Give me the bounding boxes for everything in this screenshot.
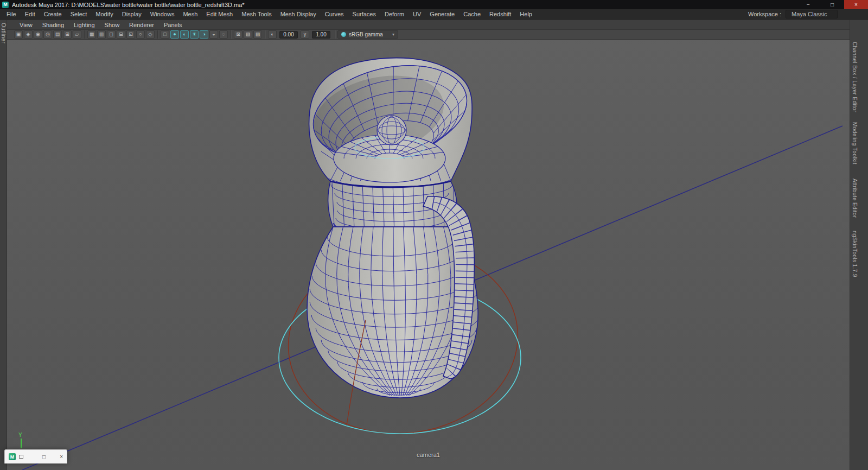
grease-pencil-icon[interactable]: ▱ <box>73 30 81 39</box>
shadows-icon[interactable]: ◑ <box>200 30 208 39</box>
toolbar-group-display-tools: ⊠▧▨ <box>231 30 265 39</box>
image-plane-icon[interactable]: ▤ <box>53 30 62 39</box>
window-title: Autodesk Maya 2017: D:\MODELS\water bott… <box>12 2 796 8</box>
safe-title-icon[interactable]: ◇ <box>146 30 155 39</box>
restore-icon[interactable] <box>19 455 23 459</box>
wireframe-model-water-bottle[interactable] <box>304 52 480 398</box>
menu-redshift[interactable]: Redshift <box>485 9 515 19</box>
mini-close-button[interactable]: × <box>60 454 63 460</box>
right-tab-ngskintools-1-7-9[interactable]: ngSkinTools 1.7.9 <box>852 231 858 277</box>
workspace-label: Workspace : <box>748 11 781 17</box>
viewport-canvas[interactable] <box>7 40 850 470</box>
menu-uv[interactable]: UV <box>409 9 425 19</box>
view-transform-dropdown[interactable]: sRGB gamma ▾ <box>337 30 398 39</box>
exposure-toggle-icon[interactable]: ◐ <box>268 30 277 39</box>
camera-attributes-icon[interactable]: ◉ <box>34 30 42 39</box>
mini-maximize-button[interactable]: □ <box>42 454 46 460</box>
menu-display[interactable]: Display <box>118 9 146 19</box>
panel-menu-show[interactable]: Show <box>100 20 125 29</box>
main-menu-bar: FileEditCreateSelectModifyDisplayWindows… <box>0 9 868 20</box>
textured-mode-icon[interactable]: ◐ <box>180 30 189 39</box>
menu-mesh[interactable]: Mesh <box>178 9 202 19</box>
camera-name-label: camera1 <box>417 452 440 458</box>
menu-cache[interactable]: Cache <box>459 9 485 19</box>
gamma-field[interactable]: 1.00 <box>312 31 330 39</box>
x-ray-joints-icon[interactable]: ▨ <box>253 30 262 39</box>
panel-menu-shading[interactable]: Shading <box>37 20 69 29</box>
grid-icon[interactable]: ▦ <box>87 30 96 39</box>
chevron-down-icon: ▾ <box>392 32 394 37</box>
menu-modify[interactable]: Modify <box>91 9 117 19</box>
panel-menu-renderer[interactable]: Renderer <box>124 20 159 29</box>
bookmarks-icon[interactable]: ◎ <box>43 30 52 39</box>
color-management-icon <box>341 32 346 37</box>
workspace-selector: Workspace : Maya Classic <box>748 10 838 18</box>
maya-app-icon[interactable]: M <box>2 2 9 8</box>
maya-window: M Autodesk Maya 2017: D:\MODELS\water bo… <box>0 0 868 470</box>
use-all-lights-icon[interactable]: ☀ <box>190 30 199 39</box>
left-tab-outliner[interactable]: Outliner <box>1 23 7 43</box>
y-axis-line <box>21 439 22 448</box>
right-tab-modeling-toolkit[interactable]: Modeling Toolkit <box>852 122 858 164</box>
view-transform-value: sRGB gamma <box>349 31 383 37</box>
safe-action-icon[interactable]: ○ <box>136 30 145 39</box>
screen-space-ao-icon[interactable]: ◒ <box>209 30 218 39</box>
toolbar-groups: ▣◈◉◎▤⊞▱▦▥◻⊟⊡○◇□●◐☀◑◒◌⊠▧▨ <box>11 30 265 39</box>
film-gate-icon[interactable]: ▥ <box>97 30 106 39</box>
motion-blur-icon[interactable]: ◌ <box>219 30 228 39</box>
panel-menu-bar: ViewShadingLightingShowRendererPanels <box>7 20 850 30</box>
left-tab-strip: Outliner <box>0 20 7 470</box>
floating-mini-window[interactable]: M □ × <box>4 449 67 463</box>
field-chart-icon[interactable]: ⊡ <box>126 30 135 39</box>
2d-pan-zoom-icon[interactable]: ⊞ <box>63 30 72 39</box>
panel-menu-items: ViewShadingLightingShowRendererPanels <box>12 20 187 29</box>
select-camera-icon[interactable]: ▣ <box>14 30 23 39</box>
menu-mesh-display[interactable]: Mesh Display <box>276 9 321 19</box>
toolbar-group-shading-tools: □●◐☀◑◒◌ <box>158 30 231 39</box>
close-button[interactable]: × <box>844 0 868 9</box>
menu-file[interactable]: File <box>2 9 21 19</box>
menu-help[interactable]: Help <box>515 9 537 19</box>
menu-curves[interactable]: Curves <box>321 9 348 19</box>
viewport[interactable]: camera1 Y <box>7 40 850 470</box>
wireframe-mode-icon[interactable]: □ <box>161 30 169 39</box>
right-tab-channel-box-layer-editor[interactable]: Channel Box / Layer Editor <box>852 42 858 112</box>
menu-bar-items: FileEditCreateSelectModifyDisplayWindows… <box>0 9 537 19</box>
right-tab-strip: Channel Box / Layer EditorModeling Toolk… <box>850 20 868 470</box>
menu-generate[interactable]: Generate <box>425 9 459 19</box>
right-tab-attribute-editor[interactable]: Attribute Editor <box>852 179 858 218</box>
menu-edit-mesh[interactable]: Edit Mesh <box>202 9 237 19</box>
panel-column: ViewShadingLightingShowRendererPanels ▣◈… <box>7 20 850 470</box>
menu-surfaces[interactable]: Surfaces <box>348 9 380 19</box>
maya-mini-logo-icon: M <box>9 453 16 460</box>
panel-menu-panels[interactable]: Panels <box>159 20 187 29</box>
smooth-shade-mode-icon[interactable]: ● <box>170 30 179 39</box>
panel-menu-lighting[interactable]: Lighting <box>69 20 100 29</box>
work-area: Outliner ViewShadingLightingShowRenderer… <box>0 20 868 470</box>
isolate-select-icon[interactable]: ⊠ <box>234 30 242 39</box>
toolbar-group-gate-tools: ▦▥◻⊟⊡○◇ <box>85 30 158 39</box>
maximize-button[interactable]: □ <box>820 0 844 9</box>
menu-create[interactable]: Create <box>40 9 66 19</box>
toolbar-group-camera-tools: ▣◈◉◎▤⊞▱ <box>11 30 85 39</box>
minimize-button[interactable]: − <box>796 0 820 9</box>
toolbar-group-color-management: ◐ 0.00 γ 1.00 <box>265 30 335 39</box>
panel-menu-view[interactable]: View <box>15 20 37 29</box>
resolution-gate-icon[interactable]: ◻ <box>107 30 116 39</box>
gate-mask-icon[interactable]: ⊟ <box>117 30 125 39</box>
title-bar: M Autodesk Maya 2017: D:\MODELS\water bo… <box>0 0 868 9</box>
exposure-field[interactable]: 0.00 <box>279 31 298 39</box>
menu-select[interactable]: Select <box>66 9 92 19</box>
menu-windows[interactable]: Windows <box>146 9 179 19</box>
x-ray-icon[interactable]: ▧ <box>244 30 252 39</box>
y-axis-label: Y <box>18 432 22 438</box>
menu-deform[interactable]: Deform <box>380 9 409 19</box>
lock-camera-icon[interactable]: ◈ <box>24 30 33 39</box>
viewport-toolbar: ▣◈◉◎▤⊞▱▦▥◻⊟⊡○◇□●◐☀◑◒◌⊠▧▨ ◐ 0.00 γ 1.00 s… <box>7 30 850 40</box>
gamma-toggle-icon[interactable]: γ <box>301 30 309 39</box>
menu-mesh-tools[interactable]: Mesh Tools <box>237 9 276 19</box>
workspace-value-dropdown[interactable]: Maya Classic <box>786 10 838 18</box>
menu-edit[interactable]: Edit <box>21 9 40 19</box>
